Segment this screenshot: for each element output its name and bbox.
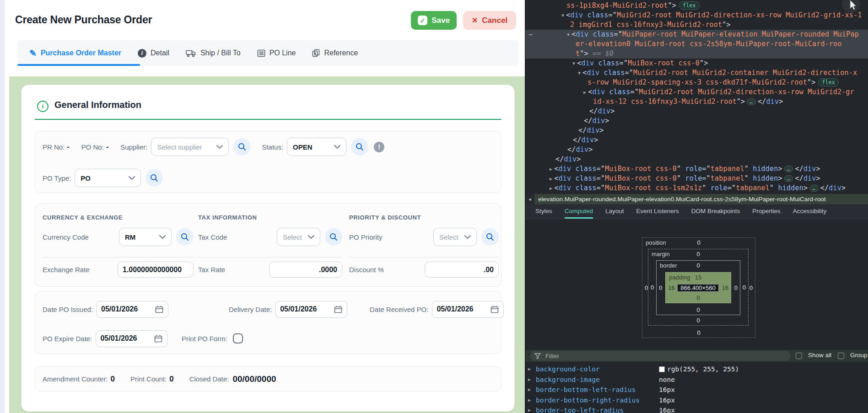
supplier-search-button[interactable] — [233, 138, 251, 156]
currency-search-button[interactable] — [176, 228, 194, 246]
disclosure-arrow-icon[interactable]: ▶ — [528, 385, 531, 395]
cancel-button[interactable]: ✕ Cancel — [463, 11, 516, 30]
exchange-rate-input[interactable]: 1.0000000000000 — [118, 262, 194, 278]
dom-tree-row[interactable]: </div> — [525, 107, 868, 116]
date-received-po-input[interactable]: 05/01/2026 — [432, 301, 504, 318]
code-text: > — [605, 117, 609, 125]
more-actions-icon[interactable]: ⋯ — [529, 30, 533, 39]
box-model-position[interactable]: position 0 0 0 0 margin 0 0 0 0 border 0… — [642, 237, 755, 338]
dom-tree-row[interactable]: s-row MuiGrid2-spacing-xs-3 css-dkd71f-M… — [525, 78, 868, 87]
status-select[interactable]: OPEN — [287, 138, 346, 156]
devtools-tab-computed[interactable]: Computed — [565, 204, 593, 219]
disclosure-arrow-icon[interactable]: ▶ — [550, 174, 552, 183]
computed-property-row[interactable]: ▶background-colorrgb(255, 255, 255) — [525, 364, 868, 375]
save-button[interactable]: ✓ Save — [411, 11, 457, 30]
devtools-tab-layout[interactable]: Layout — [605, 204, 624, 219]
dom-tree-row[interactable]: </div> — [525, 135, 868, 145]
devtools-tab-event-listeners[interactable]: Event Listeners — [636, 204, 679, 219]
dom-tree-row[interactable]: ▼<div class="MuiGrid2-root MuiGrid2-cont… — [525, 68, 868, 78]
print-po-form-checkbox[interactable] — [233, 333, 243, 343]
currency-code-select[interactable]: RM — [119, 228, 172, 246]
code-text: "> — [722, 21, 730, 29]
group-checkbox[interactable] — [838, 353, 844, 359]
disclosure-arrow-icon[interactable]: ▶ — [528, 395, 531, 406]
devtools-tab-accessibility[interactable]: Accessibility — [793, 204, 827, 219]
po-priority-select[interactable]: Select — [433, 228, 477, 246]
computed-property-row[interactable]: ▶border-top-left-radius16px — [525, 405, 868, 413]
status-search-button[interactable] — [351, 138, 368, 156]
property-name[interactable]: border-bottom-right-radius — [536, 395, 640, 406]
date-po-issued-input[interactable]: 05/01/2026 — [97, 301, 168, 318]
disclosure-arrow-icon[interactable]: ▼ — [578, 68, 581, 78]
dom-tree-row[interactable]: </div> — [525, 116, 868, 126]
dom-tree-row[interactable]: t"> == $0 — [525, 49, 868, 59]
dom-tree-row[interactable]: ▶<div class="MuiBox-root css-0" role="ta… — [525, 164, 868, 174]
disclosure-arrow-icon[interactable]: ▶ — [528, 364, 531, 375]
computed-property-row[interactable]: ▶border-bottom-right-radius16px — [525, 395, 868, 406]
filter-input[interactable] — [545, 352, 766, 360]
dom-tree-row[interactable]: ▶<div class="MuiBox-root css-1sm2s1z" ro… — [525, 183, 868, 193]
dom-tree-row[interactable]: ss-1pi8xg4-MuiGrid2-root">flex — [525, 1, 868, 11]
code-text: =" — [728, 184, 736, 192]
box-model-padding[interactable]: padding 15 0 16 16 866.400×560 — [665, 272, 731, 303]
dom-tree-row[interactable]: ▶<div class="MuiBox-root css-0" role="ta… — [525, 174, 868, 183]
tab-detail[interactable]: i Detail — [138, 49, 169, 58]
show-all-checkbox[interactable] — [796, 353, 802, 359]
dom-tree-row[interactable]: </div> — [525, 155, 868, 164]
property-name[interactable]: background-color — [536, 364, 600, 375]
tab-reference[interactable]: Reference — [312, 49, 358, 57]
tax-rate-input[interactable]: .0000 — [269, 262, 342, 278]
property-name[interactable]: background-image — [536, 375, 600, 385]
tab-purchase-order-master[interactable]: ✎ Purchase Order Master — [29, 48, 121, 59]
breadcrumb[interactable]: elevation.MuiPaper-rounded.MuiPaper-elev… — [534, 196, 826, 203]
devtools-tab-styles[interactable]: Styles — [535, 204, 552, 219]
discount-input[interactable]: .00 — [425, 262, 499, 278]
tax-code-select[interactable]: Select — [277, 228, 320, 246]
computed-property-row[interactable]: ▶border-bottom-left-radius16px — [525, 385, 868, 395]
code-text: =" — [597, 165, 605, 173]
dom-tree-row[interactable]: </div> — [525, 126, 868, 135]
box-model-border[interactable]: border 0 0 0 0 padding 15 0 16 16 866.40… — [656, 260, 740, 315]
dom-tree-row[interactable]: ▶<div class="MuiGrid2-root MuiGrid2-dire… — [525, 87, 868, 97]
code-text: > — [778, 165, 782, 173]
disclosure-arrow-icon[interactable]: ▼ — [567, 30, 570, 39]
disclosure-arrow-icon[interactable]: ▶ — [550, 164, 552, 174]
supplier-select[interactable]: Select supplier — [151, 138, 229, 156]
expand-ellipsis-icon[interactable]: … — [747, 98, 756, 105]
disclosure-arrow-icon[interactable]: ▶ — [528, 375, 531, 385]
dom-tree-row[interactable]: 2 imgGird1 css-16fnxy3-MuiGrid2-root"> — [525, 20, 868, 30]
box-model-margin[interactable]: margin 0 0 0 0 border 0 0 0 0 padding 15 — [648, 249, 749, 326]
dom-tree-row[interactable]: ▼<div class="MuiGrid2-root MuiGrid2-dire… — [525, 11, 868, 20]
box-model-content[interactable]: 866.400×560 — [677, 284, 719, 292]
devtools-tab-properties[interactable]: Properties — [752, 204, 781, 219]
po-type-search-button[interactable] — [146, 169, 163, 187]
dom-tree-row[interactable]: ▼<div class="MuiBox-root css-0"> — [525, 59, 868, 68]
code-text: div — [587, 126, 599, 134]
tab-po-line[interactable]: PO Line — [257, 49, 296, 57]
tab-ship-bill-to[interactable]: Ship / Bill To — [186, 49, 241, 57]
dom-tree-row[interactable]: ⋯▼<div class="MuiPaper-root MuiPaper-ele… — [525, 30, 868, 39]
property-name[interactable]: border-bottom-left-radius — [536, 385, 636, 395]
tax-code-search-button[interactable] — [325, 228, 342, 246]
disclosure-arrow-icon[interactable]: ▶ — [550, 183, 552, 193]
disclosure-arrow-icon[interactable]: ▼ — [572, 59, 575, 68]
expand-ellipsis-icon[interactable]: … — [784, 175, 793, 182]
elements-tree: ss-1pi8xg4-MuiGrid2-root">flex▼<div clas… — [525, 0, 868, 194]
po-type-select[interactable]: PO — [75, 169, 141, 187]
disclosure-arrow-icon[interactable]: ▼ — [561, 11, 564, 20]
property-name[interactable]: border-top-left-radius — [536, 405, 624, 413]
dom-tree-row[interactable]: </div> — [525, 145, 868, 155]
expand-ellipsis-icon[interactable]: … — [784, 166, 793, 172]
dom-tree-row[interactable]: id-xs-12 css-16fnxy3-MuiGrid2-root">…</d… — [525, 97, 868, 107]
dom-tree-row[interactable]: er-elevation0 MuiCard-root css-2s58ym-Mu… — [525, 39, 868, 49]
search-icon — [355, 142, 364, 151]
devtools-tab-dom-breakpoints[interactable]: DOM Breakpoints — [691, 204, 740, 219]
expand-ellipsis-icon[interactable]: … — [809, 185, 819, 192]
po-expire-date-input[interactable]: 05/01/2026 — [96, 330, 167, 347]
po-priority-search-button[interactable] — [481, 228, 499, 246]
delivery-date-input[interactable]: 05/01/2026 — [275, 301, 347, 318]
breadcrumb-back-button[interactable]: ◂ — [525, 194, 534, 204]
computed-property-row[interactable]: ▶background-imagenone — [525, 375, 868, 385]
disclosure-arrow-icon[interactable]: ▶ — [528, 405, 531, 413]
disclosure-arrow-icon[interactable]: ▶ — [583, 87, 586, 97]
